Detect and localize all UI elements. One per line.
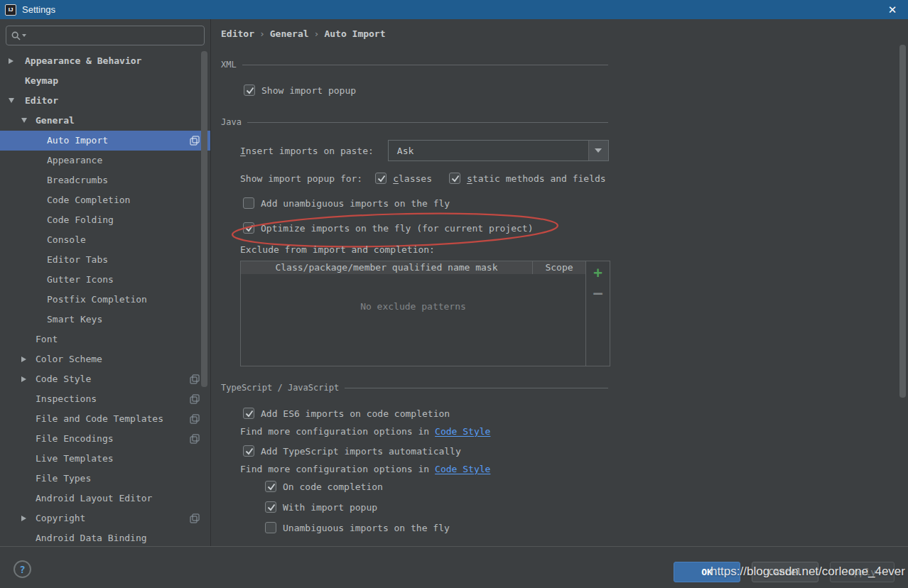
xml-section-title: XML <box>221 60 237 70</box>
sidebar-item-general[interactable]: General <box>0 111 211 131</box>
sidebar-item-code-completion[interactable]: Code Completion <box>0 190 211 210</box>
sidebar-item-android-data-binding[interactable]: Android Data Binding <box>0 528 211 546</box>
copy-settings-icon <box>190 136 200 146</box>
sidebar-item-keymap[interactable]: Keymap <box>0 71 211 91</box>
collapse-arrow-icon[interactable] <box>21 118 27 123</box>
sidebar-item-label: Inspections <box>36 393 97 404</box>
sidebar-item-file-types[interactable]: File Types <box>0 469 211 489</box>
on-code-completion-label: On code completion <box>283 481 383 492</box>
help-icon[interactable]: ? <box>13 560 31 578</box>
sidebar-item-label: Editor <box>25 95 58 106</box>
on-code-completion-checkbox[interactable] <box>265 481 276 492</box>
expand-arrow-icon[interactable] <box>21 356 26 362</box>
empty-text: No exclude patterns <box>360 301 466 366</box>
add-es6-checkbox[interactable] <box>243 408 254 419</box>
sidebar-item-label: Appearance & Behavior <box>25 55 141 66</box>
add-unambiguous-label: Add unambiguous imports on the fly <box>261 198 450 209</box>
static-methods-checkbox[interactable] <box>449 173 460 184</box>
copy-settings-icon <box>190 513 200 523</box>
copy-settings-icon <box>190 394 200 404</box>
expand-arrow-icon[interactable] <box>9 58 13 64</box>
close-icon[interactable]: ✕ <box>882 0 902 19</box>
csdn-watermark: https://blog.csdn.net/corleone_4ever <box>710 565 905 579</box>
sidebar-item-label: Postfix Completion <box>47 294 147 305</box>
static-methods-label: static methods and fields <box>467 173 606 184</box>
add-unambiguous-checkbox[interactable] <box>243 197 254 209</box>
sidebar-item-appearance-behavior[interactable]: Appearance & Behavior <box>0 51 211 71</box>
classes-checkbox[interactable] <box>375 173 387 184</box>
sidebar-item-font[interactable]: Font <box>0 330 211 349</box>
breadcrumb-editor: Editor <box>221 28 254 39</box>
sidebar-item-file-encodings[interactable]: File Encodings <box>0 429 211 449</box>
window-title: Settings <box>22 4 55 15</box>
on-code-completion-row: On code completion <box>265 481 383 492</box>
copy-settings-icon <box>190 434 200 444</box>
section-divider <box>247 122 608 123</box>
unambiguous-fly-row: Unambiguous imports on the fly <box>265 522 450 533</box>
breadcrumb-separator: › <box>254 28 270 39</box>
sidebar-item-copyright[interactable]: Copyright <box>0 508 211 528</box>
expand-arrow-icon[interactable] <box>21 516 26 521</box>
insert-imports-label: Insert imports on paste: <box>240 146 374 156</box>
sidebar-item-postfix-completion[interactable]: Postfix Completion <box>0 290 211 310</box>
unambiguous-fly-checkbox[interactable] <box>265 522 276 533</box>
xml-section-header: XML <box>221 59 608 70</box>
sidebar-item-breadcrumbs[interactable]: Breadcrumbs <box>0 170 211 190</box>
table-toolbar: + — <box>585 261 610 366</box>
sidebar-item-label: Android Data Binding <box>36 533 147 543</box>
code-style-link[interactable]: Code Style <box>435 426 490 437</box>
search-input[interactable] <box>30 31 186 41</box>
add-typescript-checkbox[interactable] <box>243 445 254 457</box>
sidebar-item-label: Code Style <box>36 374 91 384</box>
sidebar-item-label: File Encodings <box>36 433 114 444</box>
sidebar-item-editor[interactable]: Editor <box>0 91 211 111</box>
with-import-popup-label: With import popup <box>283 502 377 513</box>
table-empty-state: No exclude patterns <box>241 274 585 366</box>
insert-imports-select[interactable]: Ask <box>388 140 609 161</box>
sidebar-item-label: File Types <box>36 473 91 484</box>
sidebar-item-inspections[interactable]: Inspections <box>0 389 211 409</box>
remove-pattern-icon[interactable]: — <box>593 286 602 300</box>
sidebar-item-android-layout-editor[interactable]: Android Layout Editor <box>0 489 211 508</box>
sidebar-item-label: General <box>36 115 75 126</box>
add-unambiguous-row: Add unambiguous imports on the fly <box>243 197 450 209</box>
java-section-header: Java <box>221 116 608 128</box>
sidebar-item-file-and-code-templates[interactable]: File and Code Templates <box>0 409 211 429</box>
sidebar-item-label: Keymap <box>25 75 58 86</box>
ts-js-section-title: TypeScript / JavaScript <box>221 383 339 393</box>
add-pattern-icon[interactable]: + <box>593 265 602 281</box>
sidebar-item-color-scheme[interactable]: Color Scheme <box>0 349 211 369</box>
sidebar-scrollbar-thumb[interactable] <box>201 51 207 387</box>
sidebar-item-label: Font <box>36 334 58 344</box>
find-more-row-2: Find more configuration options in Code … <box>240 463 490 474</box>
sidebar-item-label: Live Templates <box>36 453 114 464</box>
with-import-popup-checkbox[interactable] <box>265 501 276 513</box>
add-typescript-label: Add TypeScript imports automatically <box>261 446 461 457</box>
sidebar-item-auto-import[interactable]: Auto Import <box>0 131 211 151</box>
show-import-popup-checkbox[interactable] <box>244 85 255 96</box>
sidebar-item-code-style[interactable]: Code Style <box>0 369 211 389</box>
code-style-link[interactable]: Code Style <box>435 464 490 474</box>
auto-import-panel: Editor›General›Auto Import XML Show impo… <box>212 19 908 546</box>
exclude-patterns-table: Class/package/member qualified name mask… <box>240 261 610 366</box>
sidebar-item-code-folding[interactable]: Code Folding <box>0 210 211 230</box>
sidebar-item-gutter-icons[interactable]: Gutter Icons <box>0 270 211 290</box>
main-scrollbar-thumb[interactable] <box>899 45 906 398</box>
expand-arrow-icon[interactable] <box>21 376 26 382</box>
dropdown-arrow-icon[interactable] <box>588 141 608 160</box>
unambiguous-fly-label: Unambiguous imports on the fly <box>283 523 450 533</box>
sidebar-item-editor-tabs[interactable]: Editor Tabs <box>0 250 211 270</box>
optimize-imports-label: Optimize imports on the fly (for current… <box>261 223 534 234</box>
sidebar-item-live-templates[interactable]: Live Templates <box>0 449 211 469</box>
title-bar: IJ Settings ✕ <box>0 0 908 19</box>
optimize-imports-checkbox[interactable] <box>243 222 254 234</box>
sidebar-item-label: Smart Keys <box>47 314 102 325</box>
sidebar-item-smart-keys[interactable]: Smart Keys <box>0 310 211 330</box>
collapse-arrow-icon[interactable] <box>9 98 14 103</box>
search-box[interactable] <box>6 26 205 45</box>
sidebar-item-appearance[interactable]: Appearance <box>0 151 211 170</box>
breadcrumb-general: General <box>270 28 309 39</box>
sidebar-item-label: Editor Tabs <box>47 254 108 265</box>
sidebar-item-console[interactable]: Console <box>0 230 211 250</box>
search-options-chevron-icon[interactable] <box>22 34 26 37</box>
